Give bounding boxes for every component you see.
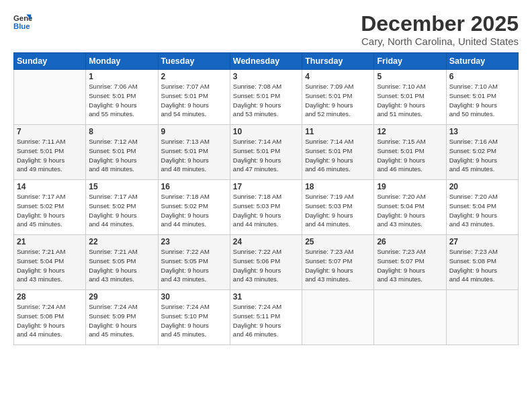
day-number: 22: [89, 237, 154, 246]
day-info: Sunrise: 7:17 AMSunset: 5:02 PMDaylight:…: [17, 192, 83, 229]
day-number: 17: [233, 182, 299, 191]
day-info: Sunrise: 7:21 AMSunset: 5:05 PMDaylight:…: [89, 247, 154, 284]
table-row: [14, 70, 86, 125]
table-row: 25Sunrise: 7:23 AMSunset: 5:07 PMDayligh…: [302, 235, 374, 290]
logo-icon: General Blue: [13, 12, 32, 31]
day-info: Sunrise: 7:13 AMSunset: 5:01 PMDaylight:…: [161, 137, 227, 174]
day-number: 2: [161, 72, 227, 81]
day-number: 16: [161, 182, 227, 191]
calendar-week-3: 14Sunrise: 7:17 AMSunset: 5:02 PMDayligh…: [14, 180, 519, 235]
calendar-week-1: 1Sunrise: 7:06 AMSunset: 5:01 PMDaylight…: [14, 70, 519, 125]
table-row: 16Sunrise: 7:18 AMSunset: 5:02 PMDayligh…: [158, 180, 230, 235]
day-number: 10: [233, 127, 299, 136]
table-row: 11Sunrise: 7:14 AMSunset: 5:01 PMDayligh…: [302, 125, 374, 180]
day-info: Sunrise: 7:22 AMSunset: 5:06 PMDaylight:…: [233, 247, 299, 284]
day-info: Sunrise: 7:21 AMSunset: 5:04 PMDaylight:…: [17, 247, 83, 284]
table-row: 19Sunrise: 7:20 AMSunset: 5:04 PMDayligh…: [374, 180, 446, 235]
header: General Blue December 2025 Cary, North C…: [13, 12, 519, 47]
day-number: 11: [305, 127, 371, 136]
day-info: Sunrise: 7:11 AMSunset: 5:01 PMDaylight:…: [17, 137, 83, 174]
table-row: 6Sunrise: 7:10 AMSunset: 5:01 PMDaylight…: [446, 70, 518, 125]
table-row: 4Sunrise: 7:09 AMSunset: 5:01 PMDaylight…: [302, 70, 374, 125]
table-row: 27Sunrise: 7:23 AMSunset: 5:08 PMDayligh…: [446, 235, 518, 290]
day-info: Sunrise: 7:24 AMSunset: 5:10 PMDaylight:…: [161, 302, 227, 339]
day-info: Sunrise: 7:10 AMSunset: 5:01 PMDaylight:…: [449, 82, 515, 119]
col-friday: Friday: [374, 53, 446, 70]
table-row: 17Sunrise: 7:18 AMSunset: 5:03 PMDayligh…: [230, 180, 302, 235]
col-tuesday: Tuesday: [158, 53, 230, 70]
svg-text:Blue: Blue: [13, 22, 30, 30]
table-row: 14Sunrise: 7:17 AMSunset: 5:02 PMDayligh…: [14, 180, 86, 235]
table-row: 18Sunrise: 7:19 AMSunset: 5:03 PMDayligh…: [302, 180, 374, 235]
table-row: 15Sunrise: 7:17 AMSunset: 5:02 PMDayligh…: [86, 180, 158, 235]
table-row: 28Sunrise: 7:24 AMSunset: 5:08 PMDayligh…: [14, 290, 86, 345]
day-number: 5: [377, 72, 443, 81]
table-row: 9Sunrise: 7:13 AMSunset: 5:01 PMDaylight…: [158, 125, 230, 180]
day-info: Sunrise: 7:10 AMSunset: 5:01 PMDaylight:…: [377, 82, 443, 119]
day-number: 25: [305, 237, 371, 246]
day-number: 28: [17, 292, 83, 302]
table-row: 24Sunrise: 7:22 AMSunset: 5:06 PMDayligh…: [230, 235, 302, 290]
day-number: 9: [161, 127, 227, 136]
day-number: 18: [305, 182, 371, 191]
table-row: [302, 290, 374, 345]
day-number: 21: [17, 237, 83, 246]
table-row: 10Sunrise: 7:14 AMSunset: 5:01 PMDayligh…: [230, 125, 302, 180]
day-info: Sunrise: 7:12 AMSunset: 5:01 PMDaylight:…: [89, 137, 154, 174]
col-thursday: Thursday: [302, 53, 374, 70]
title-block: December 2025 Cary, North Carolina, Unit…: [361, 12, 519, 47]
table-row: 3Sunrise: 7:08 AMSunset: 5:01 PMDaylight…: [230, 70, 302, 125]
day-number: 14: [17, 182, 83, 191]
table-row: [374, 290, 446, 345]
table-row: 22Sunrise: 7:21 AMSunset: 5:05 PMDayligh…: [86, 235, 158, 290]
day-info: Sunrise: 7:18 AMSunset: 5:03 PMDaylight:…: [233, 192, 299, 229]
logo: General Blue: [13, 12, 32, 31]
calendar-week-4: 21Sunrise: 7:21 AMSunset: 5:04 PMDayligh…: [14, 235, 519, 290]
location-title: Cary, North Carolina, United States: [361, 36, 519, 47]
day-number: 19: [377, 182, 443, 191]
day-number: 29: [89, 292, 154, 302]
month-title: December 2025: [361, 12, 519, 36]
table-row: [446, 290, 518, 345]
col-sunday: Sunday: [14, 53, 86, 70]
table-row: 31Sunrise: 7:24 AMSunset: 5:11 PMDayligh…: [230, 290, 302, 345]
calendar-page: General Blue December 2025 Cary, North C…: [0, 0, 532, 411]
day-info: Sunrise: 7:18 AMSunset: 5:02 PMDaylight:…: [161, 192, 227, 229]
day-number: 13: [449, 127, 515, 136]
day-number: 12: [377, 127, 443, 136]
day-info: Sunrise: 7:06 AMSunset: 5:01 PMDaylight:…: [89, 82, 154, 119]
table-row: 29Sunrise: 7:24 AMSunset: 5:09 PMDayligh…: [86, 290, 158, 345]
table-row: 26Sunrise: 7:23 AMSunset: 5:07 PMDayligh…: [374, 235, 446, 290]
col-wednesday: Wednesday: [230, 53, 302, 70]
col-monday: Monday: [86, 53, 158, 70]
table-row: 23Sunrise: 7:22 AMSunset: 5:05 PMDayligh…: [158, 235, 230, 290]
day-number: 31: [233, 292, 299, 302]
day-number: 24: [233, 237, 299, 246]
day-number: 15: [89, 182, 154, 191]
day-number: 30: [161, 292, 227, 302]
day-info: Sunrise: 7:23 AMSunset: 5:08 PMDaylight:…: [449, 247, 515, 284]
day-number: 7: [17, 127, 83, 136]
table-row: 13Sunrise: 7:16 AMSunset: 5:02 PMDayligh…: [446, 125, 518, 180]
calendar-week-2: 7Sunrise: 7:11 AMSunset: 5:01 PMDaylight…: [14, 125, 519, 180]
day-info: Sunrise: 7:14 AMSunset: 5:01 PMDaylight:…: [233, 137, 299, 174]
day-info: Sunrise: 7:15 AMSunset: 5:01 PMDaylight:…: [377, 137, 443, 174]
table-row: 12Sunrise: 7:15 AMSunset: 5:01 PMDayligh…: [374, 125, 446, 180]
day-info: Sunrise: 7:09 AMSunset: 5:01 PMDaylight:…: [305, 82, 371, 119]
table-row: 2Sunrise: 7:07 AMSunset: 5:01 PMDaylight…: [158, 70, 230, 125]
calendar-table: Sunday Monday Tuesday Wednesday Thursday…: [13, 52, 519, 345]
day-info: Sunrise: 7:20 AMSunset: 5:04 PMDaylight:…: [449, 192, 515, 229]
day-info: Sunrise: 7:19 AMSunset: 5:03 PMDaylight:…: [305, 192, 371, 229]
table-row: 1Sunrise: 7:06 AMSunset: 5:01 PMDaylight…: [86, 70, 158, 125]
day-number: 23: [161, 237, 227, 246]
day-number: 3: [233, 72, 299, 81]
day-info: Sunrise: 7:20 AMSunset: 5:04 PMDaylight:…: [377, 192, 443, 229]
table-row: 5Sunrise: 7:10 AMSunset: 5:01 PMDaylight…: [374, 70, 446, 125]
day-info: Sunrise: 7:08 AMSunset: 5:01 PMDaylight:…: [233, 82, 299, 119]
table-row: 7Sunrise: 7:11 AMSunset: 5:01 PMDaylight…: [14, 125, 86, 180]
day-info: Sunrise: 7:17 AMSunset: 5:02 PMDaylight:…: [89, 192, 154, 229]
day-number: 4: [305, 72, 371, 81]
table-row: 21Sunrise: 7:21 AMSunset: 5:04 PMDayligh…: [14, 235, 86, 290]
day-info: Sunrise: 7:24 AMSunset: 5:11 PMDaylight:…: [233, 302, 299, 339]
day-info: Sunrise: 7:07 AMSunset: 5:01 PMDaylight:…: [161, 82, 227, 119]
